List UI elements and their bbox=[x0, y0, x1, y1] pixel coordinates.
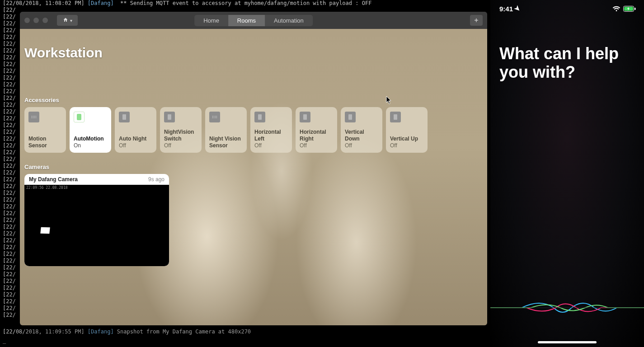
status-time: 9:41 bbox=[499, 5, 513, 13]
camera-tile[interactable]: My Dafang Camera 9s ago 22:09:56 22.08.2… bbox=[24, 174, 169, 266]
accessory-name: Horizontal Left bbox=[254, 129, 288, 142]
accessory-state: Off bbox=[119, 142, 152, 149]
tab-home[interactable]: Home bbox=[194, 15, 228, 26]
traffic-close-icon[interactable] bbox=[24, 18, 30, 23]
accessory-name: Vertical Down bbox=[345, 129, 378, 142]
chevron-down-icon: ▾ bbox=[70, 18, 72, 23]
status-bar: 9:41 ➤ bbox=[490, 0, 644, 13]
titlebar: ▾ Home Rooms Automation + bbox=[20, 12, 487, 29]
traffic-minimize-icon[interactable] bbox=[33, 18, 39, 23]
terminal-caret: _ bbox=[3, 337, 6, 344]
accessory-tile[interactable]: Vertical UpOff bbox=[386, 107, 428, 153]
room-body: Workstation Accessories Motion SensorAut… bbox=[20, 29, 487, 325]
accessory-icon bbox=[119, 112, 130, 122]
accessory-tile[interactable]: NightVision SwitchOff bbox=[160, 107, 202, 153]
accessory-icon bbox=[164, 112, 175, 122]
accessory-name: Horizontal Right bbox=[300, 129, 333, 142]
accessory-name: NightVision Switch bbox=[164, 129, 197, 142]
siri-prompt-text: What can I help you with? bbox=[499, 44, 635, 82]
accessory-state: Off bbox=[254, 142, 288, 149]
siri-waveform-icon bbox=[490, 296, 644, 319]
terminal-bottom-tag: [Dafang] bbox=[88, 328, 114, 335]
wifi-icon bbox=[612, 6, 620, 12]
camera-motion-blob bbox=[40, 227, 50, 234]
accessory-row: Motion SensorAutoMotionOnAuto NightOffNi… bbox=[24, 107, 483, 153]
accessory-tile[interactable]: Motion Sensor bbox=[24, 107, 66, 153]
accessory-icon bbox=[390, 112, 401, 122]
accessory-icon bbox=[254, 112, 265, 122]
accessory-tile[interactable]: Horizontal RightOff bbox=[296, 107, 337, 153]
house-icon bbox=[63, 16, 68, 24]
add-button[interactable]: + bbox=[470, 15, 483, 26]
home-indicator[interactable] bbox=[538, 341, 597, 343]
accessory-state: Off bbox=[300, 142, 333, 149]
tab-automation[interactable]: Automation bbox=[265, 15, 313, 26]
accessory-name: Vertical Up bbox=[390, 136, 423, 142]
accessory-name: Motion Sensor bbox=[28, 136, 62, 149]
accessory-icon bbox=[209, 112, 220, 122]
accessory-state: Off bbox=[164, 142, 197, 149]
camera-header: My Dafang Camera 9s ago bbox=[24, 174, 169, 185]
camera-name: My Dafang Camera bbox=[29, 176, 78, 183]
terminal-bottom-line: [22/08/2018, 11:09:55 PM] [Dafang] Snaps… bbox=[3, 328, 251, 344]
section-cameras-title: Cameras bbox=[24, 164, 483, 170]
accessory-tile[interactable]: Night Vision Sensor bbox=[205, 107, 247, 153]
accessory-state: Off bbox=[390, 142, 423, 149]
accessory-name: Auto Night bbox=[119, 136, 152, 142]
accessory-tile[interactable]: AutoMotionOn bbox=[70, 107, 111, 153]
terminal-bottom-ts: [22/08/2018, 11:09:55 PM] bbox=[3, 328, 88, 335]
tab-segmented-control[interactable]: Home Rooms Automation bbox=[194, 15, 313, 26]
battery-charging-icon bbox=[623, 6, 636, 12]
location-icon: ➤ bbox=[513, 4, 523, 14]
accessory-tile[interactable]: Horizontal LeftOff bbox=[250, 107, 292, 153]
camera-ago: 9s ago bbox=[148, 176, 165, 183]
accessory-icon bbox=[74, 112, 85, 122]
tab-rooms[interactable]: Rooms bbox=[228, 15, 265, 26]
svg-rect-2 bbox=[635, 8, 636, 10]
home-selector[interactable]: ▾ bbox=[57, 15, 78, 26]
accessory-tile[interactable]: Auto NightOff bbox=[115, 107, 156, 153]
accessory-state: Off bbox=[345, 142, 378, 149]
window-controls[interactable] bbox=[24, 18, 48, 23]
section-accessories-title: Accessories bbox=[24, 97, 483, 103]
camera-timestamp: 22:09:56 22.08.2018 bbox=[26, 186, 68, 190]
accessory-state: On bbox=[74, 142, 107, 149]
iphone-siri-panel: 9:41 ➤ What can I help you with? bbox=[490, 0, 644, 347]
home-app-window: ▾ Home Rooms Automation + Workstation Ac… bbox=[20, 12, 487, 325]
accessory-icon bbox=[345, 112, 356, 122]
camera-preview[interactable]: 22:09:56 22.08.2018 bbox=[24, 185, 169, 266]
terminal-bottom-msg: Snapshot from My Dafang Camera at 480x27… bbox=[114, 328, 251, 335]
accessory-icon bbox=[28, 112, 39, 122]
accessory-icon bbox=[300, 112, 310, 122]
accessory-tile[interactable]: Vertical DownOff bbox=[341, 107, 382, 153]
room-title: Workstation bbox=[24, 45, 483, 61]
traffic-zoom-icon[interactable] bbox=[42, 18, 48, 23]
accessory-name: AutoMotion bbox=[74, 136, 107, 142]
accessory-name: Night Vision Sensor bbox=[209, 136, 243, 149]
